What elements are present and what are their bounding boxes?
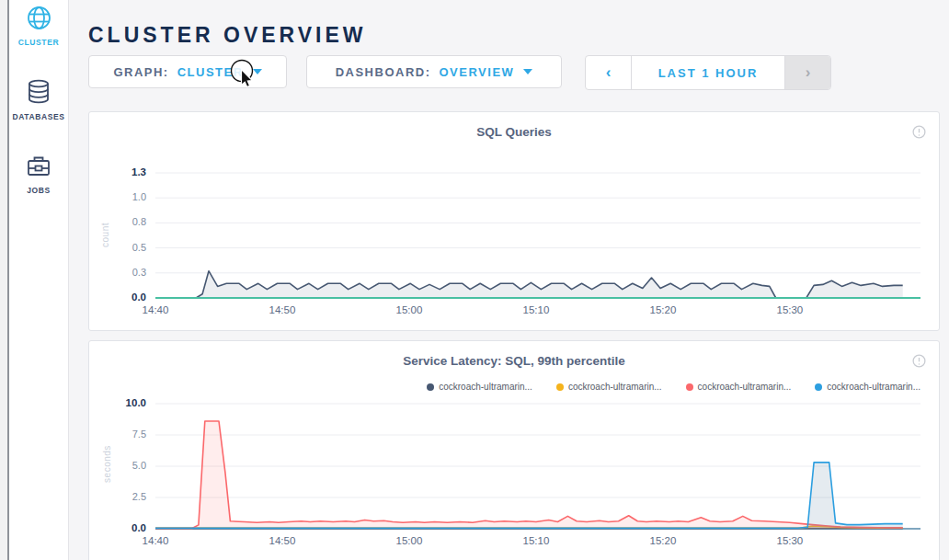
graph-dropdown-label: GRAPH: <box>113 65 168 79</box>
sidebar-item-cluster[interactable]: CLUSTER <box>9 6 68 47</box>
dashboard-dropdown-value: OVERVIEW <box>440 65 515 79</box>
sidebar-item-label: DATABASES <box>9 112 68 121</box>
legend-label: cockroach-ultramarin... <box>568 382 662 392</box>
sidebar-item-label: CLUSTER <box>9 38 68 47</box>
time-next-button: › <box>785 56 830 89</box>
y-tick-label: 1.0 <box>89 191 146 202</box>
x-tick-label: 14:50 <box>269 535 296 546</box>
y-tick-label: 0.0 <box>89 291 146 303</box>
y-tick-label: 0.5 <box>89 242 146 253</box>
info-icon[interactable] <box>912 354 926 368</box>
legend-dot-icon <box>815 383 822 391</box>
chevron-down-icon <box>523 69 532 74</box>
x-tick-label: 14:50 <box>269 304 296 315</box>
time-window-selector: ‹ LAST 1 HOUR › <box>585 55 831 90</box>
y-tick-label: 2.5 <box>89 491 146 502</box>
y-tick-label: 0.3 <box>89 267 146 278</box>
y-tick-label: 7.5 <box>89 429 146 440</box>
x-tick-label: 15:00 <box>396 535 423 546</box>
y-tick-label: 5.0 <box>89 460 146 471</box>
legend-label: cockroach-ultramarin... <box>827 382 920 392</box>
x-tick-label: 15:10 <box>523 304 550 315</box>
chevron-down-icon <box>253 69 262 74</box>
x-tick-label: 14:40 <box>143 535 169 546</box>
sidebar: CLUSTER DATABASES <box>9 0 69 560</box>
x-tick-label: 15:20 <box>650 304 677 315</box>
dashboard-dropdown[interactable]: DASHBOARD: OVERVIEW <box>306 55 562 88</box>
chart-panel-service-latency: Service Latency: SQL, 99th percentile co… <box>88 340 940 560</box>
legend-label: cockroach-ultramarin... <box>698 382 792 392</box>
sidebar-item-databases[interactable]: DATABASES <box>9 79 68 121</box>
chart-panel-sql-queries: SQL Queries count 1.31.00.80.50.30.0 14:… <box>88 111 940 331</box>
cluster-overview-page: CLUSTER DATABASES <box>0 0 949 560</box>
chart-title: Service Latency: SQL, 99th percentile <box>89 354 939 368</box>
legend-item[interactable]: cockroach-ultramarin... <box>686 382 792 392</box>
graph-dropdown-value: CLUSTER <box>177 65 244 79</box>
databases-icon <box>27 79 51 109</box>
y-tick-label: 0.8 <box>89 216 146 227</box>
legend-dot-icon <box>427 383 434 391</box>
x-tick-label: 15:30 <box>776 535 803 546</box>
chart-legend: cockroach-ultramarin...cockroach-ultrama… <box>427 382 920 392</box>
legend-item[interactable]: cockroach-ultramarin... <box>815 382 920 392</box>
chart-title: SQL Queries <box>89 125 939 139</box>
y-tick-label: 0.0 <box>89 522 146 533</box>
sidebar-item-jobs[interactable]: JOBS <box>9 154 68 195</box>
info-icon[interactable] <box>912 125 926 139</box>
x-tick-label: 15:30 <box>776 304 803 315</box>
legend-dot-icon <box>686 383 693 391</box>
y-tick-label: 10.0 <box>89 397 146 408</box>
dashboard-dropdown-label: DASHBOARD: <box>336 65 431 79</box>
legend-item[interactable]: cockroach-ultramarin... <box>427 382 532 392</box>
legend-label: cockroach-ultramarin... <box>439 382 532 392</box>
graph-dropdown[interactable]: GRAPH: CLUSTER <box>88 55 287 88</box>
time-prev-button[interactable]: ‹ <box>586 56 631 89</box>
briefcase-icon <box>26 154 51 182</box>
globe-icon <box>27 6 51 34</box>
sidebar-item-label: JOBS <box>9 186 68 195</box>
legend-dot-icon <box>556 383 564 391</box>
x-tick-label: 15:00 <box>396 304 423 315</box>
window-edge-rail <box>0 0 9 560</box>
y-tick-label: 1.3 <box>89 166 146 177</box>
page-title: CLUSTER OVERVIEW <box>88 23 367 48</box>
x-tick-label: 15:10 <box>523 535 550 546</box>
legend-item[interactable]: cockroach-ultramarin... <box>556 382 662 392</box>
x-tick-label: 15:20 <box>650 535 677 546</box>
time-window-label[interactable]: LAST 1 HOUR <box>631 56 785 89</box>
x-tick-label: 14:40 <box>143 304 169 315</box>
